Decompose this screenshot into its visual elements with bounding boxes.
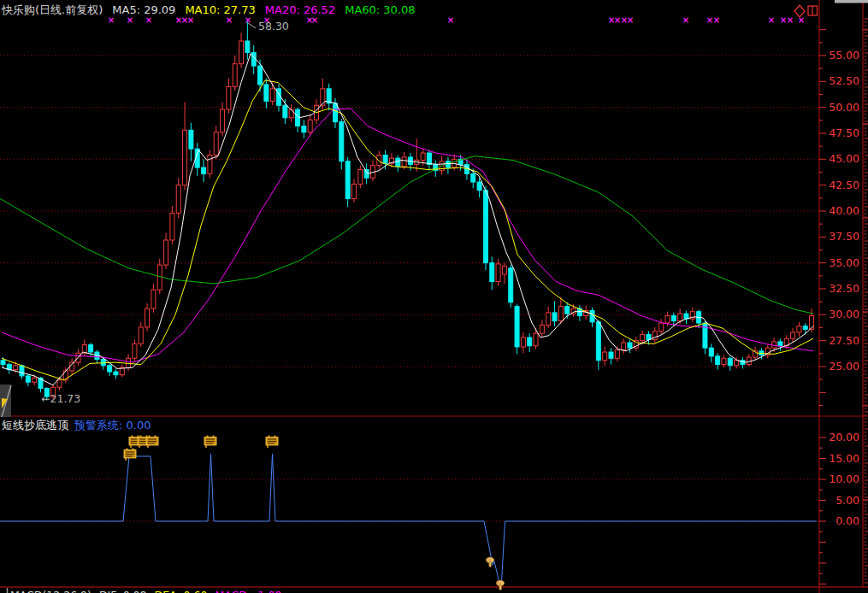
sub-indicator-header: 短线抄底逃顶预警系统: 0.00 [2,418,151,433]
candle-body-down [446,161,450,167]
price-axis-label: 25.00 [819,360,859,373]
price-axis-label: 27.50 [819,334,859,348]
ma20-line [2,109,813,362]
indicator-axis-label: 15.00 [819,452,859,466]
sell-sign-icon [266,436,278,448]
candle-body-up [622,343,626,349]
price-axis-label: 30.00 [819,308,859,321]
candle-body-up [157,265,162,290]
candle-body-up [289,109,293,118]
candle-body-up [214,132,218,156]
sell-x-mark-icon: × [768,15,775,25]
indicator-axis-label: 0.00 [819,514,859,528]
candle-body-up [145,308,150,327]
candle-body-up [722,358,726,364]
indicator-axis-label: 10.00 [819,473,859,486]
indicator-name: 短线抄底逃顶 [2,419,68,432]
sell-sign-icon [124,449,136,461]
candle-body-down [245,41,250,52]
candle-body-down [509,268,513,302]
candle-body-down [596,322,600,361]
candle-body-down [728,358,732,365]
macd-params-label: MACD(12,26,9) [10,589,92,593]
candle-body-up [502,266,506,274]
price-axis-label: 37.50 [819,230,859,244]
candle-body-down [108,366,112,372]
price-axis-label: 50.00 [819,101,859,114]
candle-body-up [176,185,180,214]
scrollbar-fragment[interactable] [835,0,868,3]
candle-body-down [202,167,206,173]
candle-body-up [791,332,795,338]
candle-body-up [641,334,645,340]
candle-body-up [665,316,670,323]
sell-x-mark-icon: × [787,15,794,25]
candle-body-down [490,263,494,282]
dea-value: DEA: 0.60 [155,589,208,593]
indicator-axis-label: 5.00 [819,494,859,508]
indicator-axis-label: 20.00 [819,431,859,444]
candle-body-up [164,240,168,265]
sell-x-mark-icon: × [627,15,634,25]
candle-body-down [477,182,481,191]
candle-body-down [483,191,487,263]
sell-x-mark-icon: × [713,15,720,25]
candle-body-down [716,356,720,365]
sell-x-mark-icon: × [682,15,689,25]
sell-x-mark-icon: × [447,15,454,25]
candle-body-down [333,103,337,122]
candle-body-up [496,264,500,282]
candle-body-down [20,366,24,376]
candle-body-up [151,290,156,308]
candle-body-down [340,122,344,161]
candle-body-up [139,327,143,343]
candle-body-down [628,343,632,348]
candle-body-up [534,333,538,346]
candle-body-up [521,338,525,347]
macd-footer: MACD(12,26,9)DIF: 0.08DEA: 0.60MACD: -1.… [10,589,289,593]
price-axis-label: 55.00 [819,49,859,62]
candle-body-up [308,120,312,132]
candle-body-up [133,343,137,358]
candle-body-up [402,157,406,167]
candle-body-up [239,41,244,64]
candle-body-up [32,378,37,382]
sell-sign-icon [204,436,216,448]
symbol-title: 快乐购(日线.前复权) [2,3,103,16]
high-price-annotation: 58.30 [258,20,289,32]
candle-body-up [540,325,544,333]
candle-body-down [565,307,570,314]
ma60-line [0,156,813,314]
candle-body-down [327,89,331,103]
trading-app-window: ××××××××××××××××××××××× 快乐购(日线.前复权)MA5: … [0,0,868,593]
price-axis-label: 35.00 [819,256,859,270]
ma20-value: MA20: 26.52 [265,3,335,16]
price-axis-label: 47.50 [819,126,859,140]
candle-body-down [528,338,532,346]
candle-body-up [321,89,325,105]
candle-body-up [377,155,381,165]
candle-body-up [558,307,563,321]
candle-body-down [609,352,613,358]
candle-body-down [803,326,807,330]
candle-body-down [283,105,287,118]
candle-body-up [421,153,425,160]
candle-body-down [264,85,269,101]
dif-value: DIF: 0.08 [99,589,147,593]
candle-body-down [1,361,5,365]
low-price-annotation: ←21.73 [41,392,80,405]
candle-body-down [515,307,519,347]
candle-body-up [797,326,801,332]
chart-canvas[interactable]: ××××××××××××××××××××××× [0,0,868,593]
candle-body-up [546,313,551,326]
candle-body-down [345,161,350,199]
candle-body-down [89,345,93,352]
candle-body-up [603,352,607,361]
macd-value: MACD: -1.08 [215,589,281,593]
candle-body-down [671,316,676,321]
candle-body-down [778,342,782,346]
candle-body-down [552,313,557,321]
alert-system-value: 预警系统: 0.00 [74,419,151,432]
ma10-line [2,80,813,380]
candle-body-up [678,314,682,320]
